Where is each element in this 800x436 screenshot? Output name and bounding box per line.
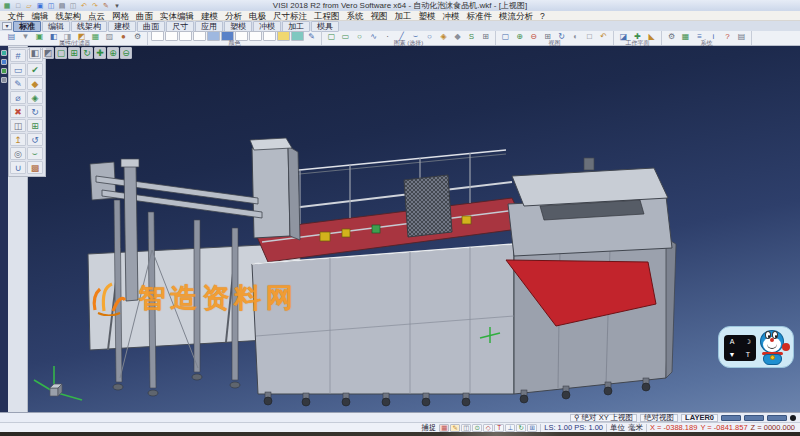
show-all-icon[interactable]: ▦: [89, 31, 102, 41]
revolve-icon[interactable]: ↺: [27, 133, 43, 146]
select-poly-icon[interactable]: ○: [353, 31, 366, 41]
surface-filter-icon[interactable]: ◈: [437, 31, 450, 41]
snap-perp-icon[interactable]: ⊥: [505, 424, 515, 432]
mesh-filter-icon[interactable]: ⊞: [479, 31, 492, 41]
wireframe-icon[interactable]: □: [583, 31, 596, 41]
layer-manager-icon[interactable]: ▤: [5, 31, 18, 41]
menu-item-6[interactable]: 实体编辑: [157, 11, 198, 21]
calculator-icon[interactable]: ▦: [679, 31, 692, 41]
menu-item-10[interactable]: 尺寸标注: [270, 11, 311, 21]
measure-icon[interactable]: ⌀: [10, 91, 26, 104]
snap-grid-icon[interactable]: ▦: [439, 424, 449, 432]
menu-item-13[interactable]: 视图: [367, 11, 391, 21]
pan-view-icon[interactable]: ✚: [94, 47, 106, 59]
toolbar-tab-10[interactable]: 模具: [311, 21, 339, 32]
zoom-in-icon[interactable]: ⊕: [513, 31, 526, 41]
dock-tab-green-icon[interactable]: [1, 68, 7, 74]
attribute-copy-icon[interactable]: ▣: [33, 31, 46, 41]
menu-item-3[interactable]: 点云: [85, 11, 109, 21]
menu-item-19[interactable]: ?: [537, 11, 549, 21]
select-all-icon[interactable]: ▢: [325, 31, 338, 41]
snap-point-icon[interactable]: ✎: [450, 424, 460, 432]
redo-icon[interactable]: ↷: [90, 1, 100, 10]
toolbar-tab-9[interactable]: 加工: [282, 21, 310, 32]
color-swatch-icon[interactable]: [179, 31, 192, 41]
solid-filter-icon[interactable]: ◆: [451, 31, 464, 41]
dock-tab-teal-icon[interactable]: [1, 50, 7, 56]
menu-item-11[interactable]: 工程图: [311, 11, 344, 21]
shade-icon[interactable]: ◐: [569, 31, 582, 41]
toolbar-tab-5[interactable]: 尺寸: [166, 21, 194, 32]
menu-item-17[interactable]: 标准件: [463, 11, 496, 21]
zoom-all-icon[interactable]: ⊞: [68, 47, 80, 59]
elevator-tower[interactable]: [250, 138, 300, 240]
qat-dropdown-icon[interactable]: ▾: [112, 1, 122, 10]
snap-quad-icon[interactable]: ◇: [483, 424, 493, 432]
active-layer-indicator[interactable]: LAYER0: [681, 414, 718, 422]
color-yellow-icon[interactable]: [277, 31, 290, 41]
menu-item-1[interactable]: 编辑: [28, 11, 52, 21]
boolean-icon[interactable]: ∪: [10, 161, 26, 174]
toolbar-tab-0[interactable]: 标准: [13, 21, 41, 32]
machine-model-3d-view[interactable]: [28, 46, 800, 412]
color-swatch-icon[interactable]: [193, 31, 206, 41]
print-icon[interactable]: ▤: [57, 1, 67, 10]
highlight-icon[interactable]: ●: [117, 31, 130, 41]
line-color-swatch[interactable]: [744, 415, 764, 421]
profile-icon[interactable]: #: [10, 49, 26, 62]
zoom-out-icon[interactable]: ⊖: [527, 31, 540, 41]
menu-item-0[interactable]: 文件: [4, 11, 28, 21]
curve-filter-icon[interactable]: S: [465, 31, 478, 41]
menu-item-16[interactable]: 冲模: [439, 11, 463, 21]
check-icon[interactable]: ✔: [27, 63, 43, 76]
toolbar-tab-4[interactable]: 曲面: [137, 21, 165, 32]
color-swatch-icon[interactable]: [249, 31, 262, 41]
settings-icon[interactable]: ⚙: [665, 31, 678, 41]
menu-item-8[interactable]: 分析: [222, 11, 246, 21]
sketch-icon[interactable]: ✎: [10, 77, 26, 90]
layer-settings-icon[interactable]: ⚙: [131, 31, 144, 41]
shell-icon[interactable]: ◎: [10, 147, 26, 160]
hide-icon[interactable]: ▨: [103, 31, 116, 41]
toolbar-tab-8[interactable]: 冲模: [253, 21, 281, 32]
array-icon[interactable]: ⊞: [27, 119, 43, 132]
zoom-in-view-icon[interactable]: ⊕: [107, 47, 119, 59]
refresh-icon[interactable]: ↻: [516, 424, 526, 432]
menu-item-4[interactable]: 网格: [109, 11, 133, 21]
toolbar-tab-6[interactable]: 应用: [195, 21, 223, 32]
zoom-out-view-icon[interactable]: ⊖: [120, 47, 132, 59]
copy-icon[interactable]: ◫: [68, 1, 78, 10]
point-filter-icon[interactable]: ·: [381, 31, 394, 41]
transform-icon[interactable]: ↻: [27, 105, 43, 118]
menu-item-14[interactable]: 加工: [391, 11, 415, 21]
color-swatch-icon[interactable]: [165, 31, 178, 41]
snap-mid-icon[interactable]: ◫: [461, 424, 471, 432]
zoom-fit-icon[interactable]: ▢: [499, 31, 512, 41]
filter-icon[interactable]: ▼: [19, 31, 32, 41]
color-swatch-icon[interactable]: [263, 31, 276, 41]
absolute-view-indicator[interactable]: 绝对视图: [640, 414, 678, 422]
color-swatch-icon[interactable]: [151, 31, 164, 41]
frame-icon[interactable]: ▭: [10, 63, 26, 76]
color-blue-icon[interactable]: [207, 31, 220, 41]
stamp-icon[interactable]: ✎: [101, 1, 111, 10]
circle-filter-icon[interactable]: ○: [423, 31, 436, 41]
toolbar-tab-2[interactable]: 线架构: [71, 21, 107, 32]
menu-item-7[interactable]: 建模: [198, 11, 222, 21]
mirror-icon[interactable]: ◫: [10, 119, 26, 132]
delete-icon[interactable]: ✖: [10, 105, 26, 118]
snap-tangent-icon[interactable]: T: [494, 424, 504, 432]
hopper[interactable]: [508, 158, 672, 256]
save-icon[interactable]: ▣: [35, 1, 45, 10]
toolbar-tab-7[interactable]: 塑模: [224, 21, 252, 32]
report-icon[interactable]: ▤: [735, 31, 748, 41]
view-front-icon[interactable]: ◧: [29, 47, 41, 59]
menu-item-9[interactable]: 电极: [246, 11, 270, 21]
help-icon[interactable]: ?: [721, 31, 734, 41]
select-chain-icon[interactable]: ∿: [367, 31, 380, 41]
fillet-icon[interactable]: ⌣: [27, 147, 43, 160]
menu-item-2[interactable]: 线架构: [52, 11, 85, 21]
save-all-icon[interactable]: ◫: [46, 1, 56, 10]
dock-tab-gray-icon[interactable]: [1, 77, 7, 83]
view-iso-icon[interactable]: ◩: [42, 47, 54, 59]
